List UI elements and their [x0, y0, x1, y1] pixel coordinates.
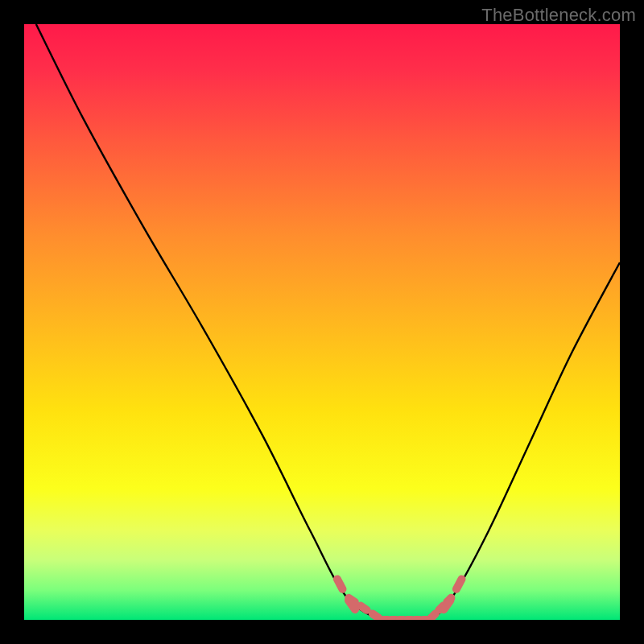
- optimal-marker-dash: [431, 614, 436, 618]
- optimal-marker-dash: [349, 601, 355, 609]
- optimal-marker-dash: [444, 601, 450, 609]
- bottleneck-curve-path: [36, 24, 620, 620]
- optimal-marker-dash: [456, 579, 462, 588]
- chart-container: TheBottleneck.com: [0, 0, 644, 644]
- optimal-zone-markers: [337, 579, 462, 620]
- optimal-marker-dash: [361, 606, 367, 610]
- curve-svg: [24, 24, 620, 620]
- attribution-label: TheBottleneck.com: [481, 5, 636, 26]
- optimal-marker-dash: [373, 614, 379, 618]
- plot-area: [24, 24, 620, 620]
- bottleneck-curve: [36, 24, 620, 620]
- optimal-marker-dash: [337, 579, 343, 588]
